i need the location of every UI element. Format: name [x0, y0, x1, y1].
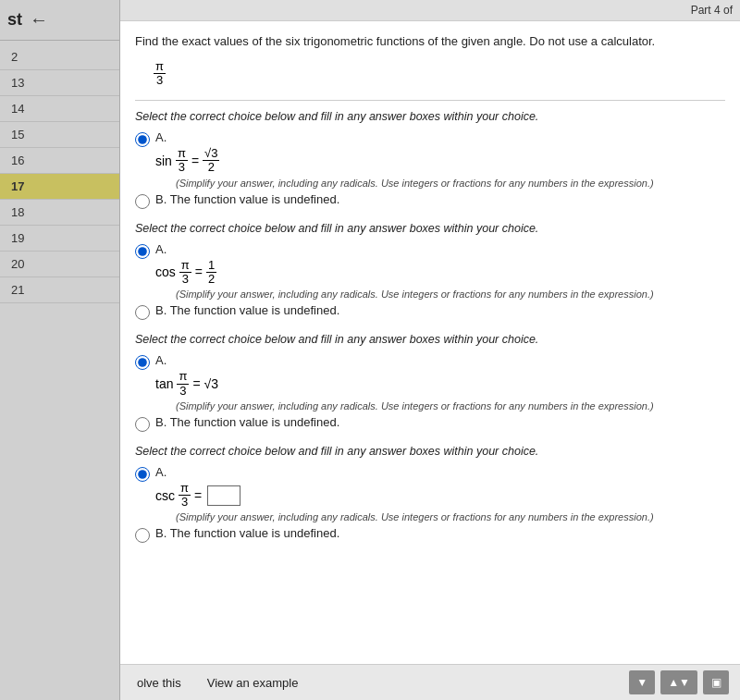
- bottom-left-actions: olve this View an example: [131, 672, 303, 694]
- topbar: Part 4 of: [120, 0, 740, 21]
- q3-math-a: tan π 3 = √3: [155, 370, 725, 398]
- question-block-csc: Select the correct choice below and fill…: [135, 445, 725, 544]
- nav-icon-3: ▣: [711, 676, 722, 689]
- cos-value-frac: 1 2: [206, 259, 216, 287]
- q1-content-b: B. The function value is undefined.: [155, 192, 725, 206]
- sidebar-item-15[interactable]: 15: [0, 122, 119, 148]
- angle-display: π 3: [154, 60, 725, 88]
- q2-content-b: B. The function value is undefined.: [155, 303, 725, 317]
- q2-content-a: A. cos π 3 = 1 2 (Simplify your answ: [155, 242, 725, 301]
- q1-simplify-note: (Simplify your answer, including any rad…: [176, 178, 725, 189]
- content-area: Find the exact values of the six trigono…: [120, 21, 740, 664]
- q2-math-a: cos π 3 = 1 2: [155, 259, 725, 287]
- q1-option-b: B. The function value is undefined.: [135, 192, 725, 209]
- q4-radio-b[interactable]: [135, 528, 150, 543]
- csc-text: csc: [155, 488, 175, 503]
- q1-radio-b[interactable]: [135, 194, 150, 209]
- nav-button-2[interactable]: ▲▼: [660, 670, 697, 694]
- main-panel: Part 4 of Find the exact values of the s…: [120, 0, 740, 700]
- sidebar-item-17[interactable]: 17: [0, 174, 119, 200]
- q3-label-a: A.: [155, 353, 166, 367]
- q2-label-b: B. The function value is undefined.: [155, 303, 339, 317]
- sidebar-header: st ←: [0, 0, 119, 41]
- tan-text: tan: [155, 376, 173, 391]
- sidebar-title: st: [7, 10, 22, 30]
- sidebar-item-13[interactable]: 13: [0, 70, 119, 96]
- q2-instruction: Select the correct choice below and fill…: [135, 222, 725, 235]
- solve-this-button[interactable]: olve this: [131, 672, 187, 694]
- q1-radio-a[interactable]: [135, 132, 150, 147]
- csc-answer-input[interactable]: [207, 485, 240, 506]
- q4-content-a: A. csc π 3 = (Simplify your answer, incl…: [155, 465, 725, 523]
- back-arrow-icon[interactable]: ←: [30, 9, 48, 31]
- cos-text: cos: [155, 264, 176, 279]
- q1-option-a: A. sin π 3 = √3 2 (Simplify your ans: [135, 130, 725, 189]
- tan-angle-frac: π 3: [177, 370, 189, 398]
- view-example-button[interactable]: View an example: [202, 672, 304, 694]
- equals-1: =: [191, 154, 199, 168]
- equals-4: =: [194, 488, 202, 503]
- cos-angle-frac: π 3: [179, 259, 191, 287]
- q3-content-a: A. tan π 3 = √3 (Simplify your answer, i…: [155, 353, 725, 411]
- q4-label-a: A.: [155, 465, 166, 479]
- q2-simplify-note: (Simplify your answer, including any rad…: [176, 289, 725, 300]
- equals-3: = √3: [192, 376, 218, 391]
- sidebar-item-14[interactable]: 14: [0, 96, 119, 122]
- nav-icon-2: ▲▼: [668, 676, 690, 689]
- q3-simplify-note: (Simplify your answer, including any rad…: [176, 400, 725, 411]
- q1-label-a: A.: [155, 130, 166, 144]
- sidebar-item-2[interactable]: 2: [0, 44, 119, 70]
- q3-instruction: Select the correct choice below and fill…: [135, 333, 725, 346]
- q4-label-b: B. The function value is undefined.: [155, 526, 339, 540]
- sidebar-item-20[interactable]: 20: [0, 252, 119, 277]
- q1-instruction: Select the correct choice below and fill…: [135, 110, 725, 123]
- q3-content-b: B. The function value is undefined.: [155, 415, 725, 429]
- sin-text: sin: [155, 154, 172, 168]
- divider-1: [135, 100, 725, 101]
- q3-label-b: B. The function value is undefined.: [155, 415, 339, 429]
- q4-option-b: B. The function value is undefined.: [135, 526, 725, 543]
- nav-button-1[interactable]: ▼: [629, 670, 655, 694]
- angle-fraction: π 3: [154, 60, 166, 88]
- nav-icon-1: ▼: [636, 676, 648, 689]
- q2-option-a: A. cos π 3 = 1 2 (Simplify your answ: [135, 242, 725, 301]
- q2-radio-a[interactable]: [135, 244, 150, 259]
- q1-label-b: B. The function value is undefined.: [155, 192, 339, 206]
- sin-value-frac: √3 2: [203, 147, 219, 175]
- question-block-cos: Select the correct choice below and fill…: [135, 222, 725, 321]
- q3-radio-a[interactable]: [135, 355, 150, 370]
- problem-instruction: Find the exact values of the six trigono…: [135, 32, 725, 51]
- sidebar-item-19[interactable]: 19: [0, 226, 119, 252]
- q4-option-a: A. csc π 3 = (Simplify your answer, incl…: [135, 465, 725, 523]
- q1-content-a: A. sin π 3 = √3 2 (Simplify your ans: [155, 130, 725, 189]
- q4-instruction: Select the correct choice below and fill…: [135, 445, 725, 458]
- sin-angle-frac: π 3: [176, 147, 188, 175]
- q3-option-a: A. tan π 3 = √3 (Simplify your answer, i…: [135, 353, 725, 411]
- bottom-bar: olve this View an example ▼ ▲▼ ▣: [120, 664, 740, 700]
- q3-option-b: B. The function value is undefined.: [135, 415, 725, 432]
- sidebar-item-16[interactable]: 16: [0, 148, 119, 174]
- part-label: Part 4 of: [691, 4, 733, 17]
- question-block-tan: Select the correct choice below and fill…: [135, 333, 725, 432]
- q1-math-a: sin π 3 = √3 2: [155, 147, 725, 175]
- nav-button-3[interactable]: ▣: [703, 670, 729, 694]
- sidebar-item-21[interactable]: 21: [0, 277, 119, 303]
- q2-option-b: B. The function value is undefined.: [135, 303, 725, 320]
- q2-label-a: A.: [155, 242, 166, 256]
- sidebar: st ← 2 13 14 15 16 17 18 19 20 21: [0, 0, 120, 700]
- bottom-right-nav: ▼ ▲▼ ▣: [629, 670, 729, 694]
- q4-simplify-note: (Simplify your answer, including any rad…: [176, 511, 725, 522]
- question-block-sin: Select the correct choice below and fill…: [135, 110, 725, 209]
- q4-radio-a[interactable]: [135, 467, 150, 482]
- q3-radio-b[interactable]: [135, 417, 150, 432]
- q4-content-b: B. The function value is undefined.: [155, 526, 725, 540]
- sidebar-item-18[interactable]: 18: [0, 200, 119, 226]
- q4-math-a: csc π 3 =: [155, 482, 725, 510]
- equals-2: =: [195, 264, 203, 279]
- q2-radio-b[interactable]: [135, 305, 150, 320]
- sidebar-items-list: 2 13 14 15 16 17 18 19 20 21: [0, 41, 119, 303]
- csc-angle-frac: π 3: [179, 482, 191, 510]
